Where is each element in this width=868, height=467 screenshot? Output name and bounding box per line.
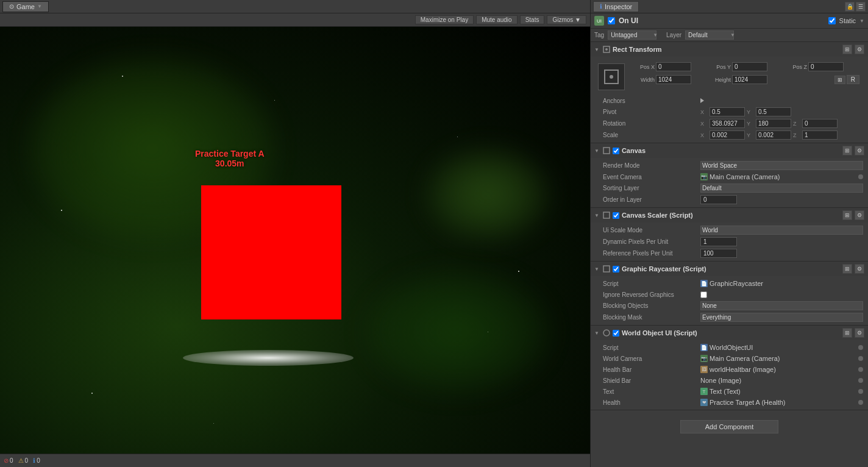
layer-select[interactable]: Default — [685, 30, 734, 40]
scale-x-input[interactable] — [710, 130, 745, 140]
mute-audio-button[interactable]: Mute audio — [476, 15, 517, 24]
canvas-settings-btn[interactable]: ⊞ — [842, 146, 852, 155]
render-mode-row: Render Mode World Space — [591, 160, 868, 171]
pivot-y-input[interactable] — [756, 107, 791, 116]
world-camera-text: Main Camera (Camera) — [710, 355, 780, 362]
world-object-ui-icon — [603, 329, 610, 337]
game-viewport: Practice Target A 30.05m — [0, 27, 590, 454]
text-dot[interactable] — [858, 389, 863, 394]
canvas-scaler-body: Ui Scale Mode World Dynamic Pixels Per U… — [591, 223, 868, 261]
object-active-checkbox[interactable] — [608, 17, 615, 24]
gizmos-button[interactable]: Gizmos ▼ — [547, 15, 586, 24]
nebula-2 — [366, 271, 549, 393]
event-camera-row: Event Camera 📷 Main Camera (Camera) — [591, 171, 868, 182]
grid-button[interactable]: ⊞ — [834, 76, 845, 84]
health-bar-value: 🖼 worldHealtbar (Image) — [700, 366, 858, 373]
scale-row: Scale X Y Z — [591, 129, 868, 141]
anchors-row[interactable]: Anchors — [591, 95, 868, 106]
ui-scale-mode-select[interactable]: World — [700, 226, 863, 235]
health-bar-dot[interactable] — [858, 367, 863, 372]
ignore-reversed-checkbox[interactable] — [700, 291, 707, 298]
canvas-scaler-settings-btn[interactable]: ⊞ — [842, 210, 852, 220]
width-input[interactable] — [656, 75, 691, 84]
wou-script-icon: 📄 — [700, 344, 708, 351]
canvas-scaler-gear-btn[interactable]: ⚙ — [855, 210, 864, 220]
sorting-layer-select[interactable]: Default — [700, 184, 863, 193]
maximize-on-play-button[interactable]: Maximize on Play — [415, 15, 474, 24]
lock-icon[interactable]: 🔒 — [845, 2, 855, 12]
canvas-scaler-active-checkbox[interactable] — [613, 212, 619, 219]
world-object-ui-gear-btn[interactable]: ⚙ — [855, 328, 864, 338]
shield-bar-text: None (Image) — [700, 377, 741, 384]
canvas-header[interactable]: ▼ Canvas ⊞ ⚙ — [591, 143, 868, 158]
rotation-x-input[interactable] — [710, 119, 745, 128]
canvas-component: ▼ Canvas ⊞ ⚙ Render Mode World Space — [591, 143, 868, 208]
rotation-y-input[interactable] — [756, 119, 791, 128]
object-type-icon: UI — [594, 16, 604, 26]
red-box — [201, 185, 341, 319]
render-mode-select[interactable]: World Space — [700, 161, 863, 170]
height-input[interactable] — [732, 75, 767, 84]
anchors-label: Anchors — [603, 98, 700, 104]
graphic-raycaster-body: Script 📄 GraphicRaycaster Ignore Reverse… — [591, 276, 868, 325]
rect-transform-gear-btn[interactable]: ⚙ — [855, 45, 864, 54]
pos-x-input[interactable] — [656, 62, 691, 71]
world-object-ui-actions: ⊞ ⚙ — [842, 328, 864, 338]
world-object-ui-header[interactable]: ▼ World Object UI (Script) ⊞ ⚙ — [591, 326, 868, 340]
reference-pixels-input[interactable] — [700, 249, 737, 258]
info-status: ℹ 0 — [33, 457, 40, 464]
pos-z-input[interactable] — [808, 62, 844, 71]
rotation-z-input[interactable] — [802, 119, 838, 128]
canvas-scaler-title: Canvas Scaler (Script) — [622, 212, 840, 219]
health-dot[interactable] — [858, 400, 863, 405]
canvas-icon — [603, 147, 610, 154]
rect-transform-main-row: Pos X Pos Y Pos Z — [591, 59, 868, 95]
wh-row: Width Height ⊞ R — [628, 74, 864, 85]
text-row: Text T Text (Text) — [591, 386, 868, 397]
static-dropdown-arrow[interactable]: ▼ — [859, 18, 864, 24]
rect-transform-settings-btn[interactable]: ⊞ — [842, 45, 852, 54]
game-tab[interactable]: ⊙ Game ▼ — [2, 1, 49, 12]
static-checkbox[interactable] — [828, 17, 836, 24]
canvas-gear-btn[interactable]: ⚙ — [855, 146, 864, 155]
world-object-ui-settings-btn[interactable]: ⊞ — [842, 328, 852, 338]
world-object-ui-active-checkbox[interactable] — [613, 330, 619, 337]
blocking-objects-select[interactable]: None — [700, 301, 863, 310]
pos-y-input[interactable] — [732, 62, 767, 71]
scale-z-input[interactable] — [802, 130, 838, 140]
pivot-x-input[interactable] — [710, 107, 745, 116]
world-object-ui-body: Script 📄 WorldObjectUI World Camera 📷 Ma… — [591, 340, 868, 410]
dynamic-pixels-input[interactable] — [700, 237, 737, 246]
health-bar-row: Health Bar 🖼 worldHealtbar (Image) — [591, 364, 868, 375]
event-camera-dot[interactable] — [858, 174, 863, 179]
scale-y-input[interactable] — [756, 130, 791, 140]
pos-x-group: Pos X — [633, 62, 707, 71]
graphic-raycaster-settings-btn[interactable]: ⊞ — [842, 264, 852, 274]
world-camera-dot[interactable] — [858, 356, 863, 361]
shield-bar-dot[interactable] — [858, 378, 863, 383]
stats-button[interactable]: Stats — [520, 15, 545, 24]
rect-transform-header[interactable]: ▼ Rect Transform ⊞ ⚙ — [591, 42, 868, 57]
rect-transform-diagram[interactable] — [598, 63, 625, 90]
graphic-raycaster-active-checkbox[interactable] — [613, 266, 619, 273]
tag-select[interactable]: Untagged — [608, 30, 656, 40]
rot-z-label: Z — [793, 121, 800, 127]
add-component-button[interactable]: Add Component — [680, 420, 779, 433]
health-ref-icon: ❤ — [700, 399, 708, 406]
text-ref-icon: T — [700, 388, 708, 395]
canvas-active-checkbox[interactable] — [613, 148, 619, 154]
order-in-layer-input[interactable] — [700, 195, 737, 204]
warning-count: 0 — [25, 457, 29, 464]
graphic-raycaster-gear-btn[interactable]: ⚙ — [855, 264, 864, 274]
wou-script-dot[interactable] — [858, 345, 863, 350]
tag-layer-row: Tag Untagged ▼ Layer Default ▼ — [591, 29, 868, 42]
world-camera-value: 📷 Main Camera (Camera) — [700, 355, 858, 362]
scale-z-label: Z — [793, 132, 800, 138]
anchors-expand-icon — [700, 98, 704, 103]
inspector-tab[interactable]: ℹ Inspector — [593, 1, 639, 12]
canvas-scaler-header[interactable]: ▼ Canvas Scaler (Script) ⊞ ⚙ — [591, 208, 868, 223]
blocking-mask-select[interactable]: Everything — [700, 313, 863, 322]
graphic-raycaster-header[interactable]: ▼ Graphic Raycaster (Script) ⊞ ⚙ — [591, 262, 868, 276]
menu-icon[interactable]: ☰ — [856, 2, 866, 12]
r-button[interactable]: R — [847, 75, 859, 84]
